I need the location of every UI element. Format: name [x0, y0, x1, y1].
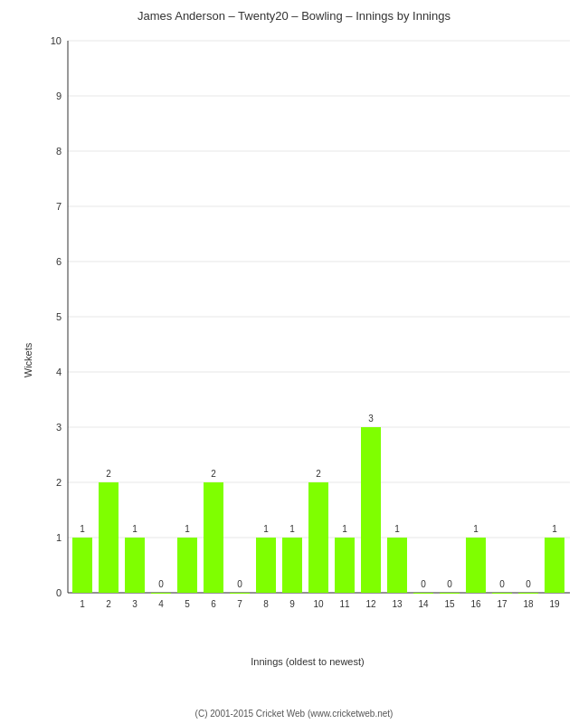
svg-rect-48	[282, 538, 302, 593]
svg-text:0: 0	[158, 579, 164, 589]
svg-text:16: 16	[470, 599, 481, 609]
svg-text:1: 1	[552, 524, 557, 534]
svg-text:15: 15	[444, 599, 455, 609]
svg-text:5: 5	[56, 311, 62, 322]
svg-text:1: 1	[56, 532, 62, 543]
svg-text:2: 2	[106, 469, 111, 479]
svg-rect-45	[256, 538, 276, 593]
svg-text:11: 11	[339, 599, 350, 609]
svg-text:3: 3	[368, 414, 374, 424]
x-axis-label: Innings (oldest to newest)	[27, 656, 588, 667]
svg-rect-60	[387, 538, 407, 593]
chart-title: James Anderson – Twenty20 – Bowling – In…	[0, 0, 588, 27]
svg-text:6: 6	[211, 599, 216, 609]
svg-text:0: 0	[447, 579, 452, 589]
chart-svg: 0 1 2 3 4 5 6 7 8 9 10 1 1 2 2	[27, 32, 588, 647]
svg-rect-27	[99, 482, 119, 593]
svg-text:2: 2	[106, 599, 111, 609]
svg-rect-54	[335, 538, 355, 593]
svg-text:3: 3	[56, 422, 62, 433]
svg-text:9: 9	[56, 90, 62, 101]
svg-text:0: 0	[499, 579, 505, 589]
svg-text:8: 8	[263, 599, 269, 609]
svg-text:13: 13	[392, 599, 403, 609]
svg-text:0: 0	[237, 579, 242, 589]
svg-rect-51	[308, 482, 328, 593]
svg-text:4: 4	[56, 367, 62, 377]
svg-text:2: 2	[56, 477, 62, 488]
svg-text:1: 1	[289, 524, 295, 534]
svg-rect-57	[361, 427, 381, 593]
svg-text:0: 0	[526, 579, 531, 589]
svg-text:1: 1	[263, 524, 269, 534]
svg-text:14: 14	[418, 599, 429, 609]
svg-rect-39	[204, 482, 223, 593]
chart-container: James Anderson – Twenty20 – Bowling – In…	[0, 0, 588, 724]
svg-text:4: 4	[158, 599, 164, 609]
svg-text:10: 10	[51, 35, 62, 46]
svg-rect-24	[72, 538, 92, 593]
svg-text:1: 1	[394, 524, 400, 534]
svg-rect-63	[413, 593, 433, 594]
svg-rect-72	[492, 593, 512, 594]
svg-text:2: 2	[211, 469, 216, 479]
svg-text:5: 5	[185, 599, 190, 609]
svg-text:1: 1	[80, 599, 85, 609]
svg-rect-78	[545, 538, 564, 593]
svg-rect-75	[518, 593, 538, 594]
svg-text:1: 1	[80, 524, 85, 534]
svg-text:9: 9	[289, 599, 295, 609]
svg-text:12: 12	[365, 599, 376, 609]
footer-text: (C) 2001-2015 Cricket Web (www.cricketwe…	[0, 709, 588, 719]
svg-rect-30	[125, 538, 145, 593]
svg-rect-36	[177, 538, 197, 593]
svg-text:3: 3	[132, 599, 138, 609]
svg-text:19: 19	[549, 599, 560, 609]
svg-text:0: 0	[421, 579, 426, 589]
svg-rect-33	[151, 593, 171, 594]
svg-text:0: 0	[56, 587, 62, 598]
svg-text:7: 7	[237, 599, 242, 609]
svg-text:1: 1	[342, 524, 347, 534]
svg-text:1: 1	[185, 524, 190, 534]
svg-text:6: 6	[56, 256, 62, 267]
svg-text:17: 17	[497, 599, 507, 609]
svg-text:1: 1	[473, 524, 479, 534]
svg-text:7: 7	[56, 201, 62, 212]
svg-rect-42	[230, 593, 250, 594]
svg-text:10: 10	[313, 599, 324, 609]
svg-rect-66	[440, 593, 460, 594]
svg-text:1: 1	[132, 524, 138, 534]
svg-rect-69	[466, 538, 486, 593]
svg-text:18: 18	[523, 599, 534, 609]
svg-text:2: 2	[316, 469, 321, 479]
svg-text:8: 8	[56, 146, 62, 157]
